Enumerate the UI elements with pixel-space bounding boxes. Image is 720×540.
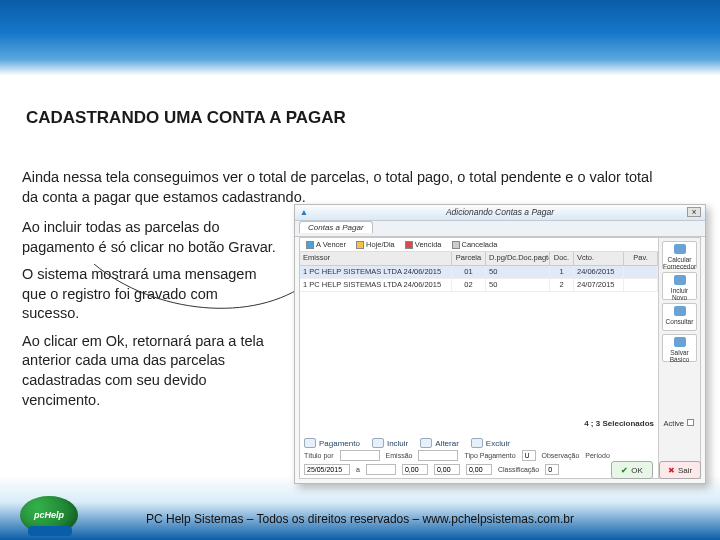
col-docpag: D.pg/Dc.Doc.pagto (486, 252, 550, 265)
btn-excluir[interactable]: Excluir (471, 438, 510, 448)
toolbar: Pagamento Incluir Alterar Excluir (304, 438, 510, 448)
tab-bar: Contas a Pagar (295, 221, 705, 237)
footer-text: PC Help Sistemas – Todos os direitos res… (0, 512, 720, 526)
app-body: A Vencer Hoje/Dia Vencida Cancelada Emis… (299, 237, 701, 479)
input-periodo-ate[interactable] (366, 464, 396, 475)
table-row[interactable]: 1 PC HELP SISTEMAS LTDA 24/06/2015 01 50… (300, 266, 700, 279)
app-window: ▲ Adicionando Contas a Pagar × Contas a … (294, 204, 706, 484)
lbl-periodo: Período (585, 452, 610, 459)
trash-icon (471, 438, 483, 448)
window-title: Adicionando Contas a Pagar (446, 207, 554, 217)
input-class[interactable] (545, 464, 559, 475)
btn-consultar[interactable]: Consultar (662, 303, 697, 331)
legend-vencida: Vencida (405, 240, 442, 249)
btn-alterar[interactable]: Alterar (420, 438, 459, 448)
btn-incluir-novo[interactable]: Incluir Novo (662, 272, 697, 300)
legend-avencer: A Vencer (306, 240, 346, 249)
input-vlr1[interactable] (434, 464, 460, 475)
dialog-buttons: OK Sair (611, 461, 701, 479)
input-titulo[interactable] (340, 450, 380, 461)
col-fornecedor: Emissor (300, 252, 452, 265)
tab-contas-a-pagar[interactable]: Contas a Pagar (299, 221, 373, 233)
lbl-emissao: Emissão (386, 452, 413, 459)
filter-form: Título por Emissão Tipo Pagamento Observ… (304, 450, 654, 474)
ok-button[interactable]: OK (611, 461, 653, 479)
plus-icon (372, 438, 384, 448)
btn-incluir[interactable]: Incluir (372, 438, 408, 448)
active-label: Active (664, 419, 684, 428)
col-parcela: Parcela (452, 252, 486, 265)
input-tipopag[interactable] (522, 450, 536, 461)
close-icon[interactable]: × (687, 207, 701, 217)
legend-cancelada: Cancelada (452, 240, 498, 249)
legend-hoje: Hoje/Dia (356, 240, 395, 249)
edit-icon (420, 438, 432, 448)
status-legend: A Vencer Hoje/Dia Vencida Cancelada (300, 238, 700, 252)
right-sidebar: Calcular Fornecedor Incluir Novo Consult… (658, 238, 700, 478)
col-vcto: Vcto. (574, 252, 624, 265)
cancel-button[interactable]: Sair (659, 461, 701, 479)
slide-title: CADASTRANDO UMA CONTA A PAGAR (26, 108, 346, 128)
lbl-obs: Observação (542, 452, 580, 459)
table-header: Emissor Parcela D.pg/Dc.Doc.pagto Doc. V… (300, 252, 700, 266)
lbl-titulo: Título por (304, 452, 334, 459)
table-row[interactable]: 1 PC HELP SISTEMAS LTDA 24/06/2015 02 50… (300, 279, 700, 292)
input-vlr0[interactable] (402, 464, 428, 475)
active-checkbox[interactable] (687, 419, 694, 426)
btn-pagamento[interactable]: Pagamento (304, 438, 360, 448)
col-pav: Pav. (624, 252, 658, 265)
paragraph-1: Ao incluir todas as parcelas do pagament… (22, 218, 278, 257)
intro-text: Ainda nessa tela conseguimos ver o total… (22, 168, 660, 207)
window-titlebar: ▲ Adicionando Contas a Pagar × (295, 205, 705, 221)
selection-summary: 4 ; 3 Selecionados (584, 419, 654, 428)
btn-salvar-basico[interactable]: Salvar Básico (662, 334, 697, 362)
input-emissao[interactable] (418, 450, 458, 461)
input-vlr2[interactable] (466, 464, 492, 475)
doc-icon (304, 438, 316, 448)
col-doc: Doc. (550, 252, 574, 265)
table-rows: 1 PC HELP SISTEMAS LTDA 24/06/2015 01 50… (300, 266, 700, 292)
input-periodo-de[interactable] (304, 464, 350, 475)
app-icon: ▲ (299, 207, 309, 217)
btn-calcular-fornecedor[interactable]: Calcular Fornecedor (662, 241, 697, 269)
lbl-tipopag: Tipo Pagamento (464, 452, 515, 459)
lbl-class: Classificação (498, 466, 539, 473)
